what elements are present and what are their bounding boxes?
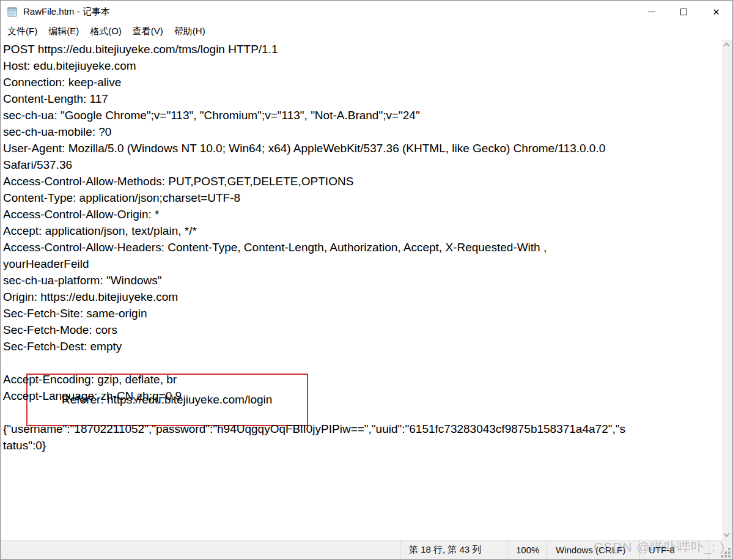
menu-view[interactable]: 查看(V) <box>127 23 169 40</box>
vertical-scrollbar[interactable] <box>722 40 732 540</box>
window-title: RawFile.htm - 记事本 <box>23 6 110 18</box>
maximize-button[interactable] <box>668 1 700 23</box>
editor-line: sec-ch-ua-mobile: ?0 <box>3 123 720 140</box>
editor-line: Access-Control-Allow-Origin: * <box>3 206 720 223</box>
statusbar-spacer <box>1 540 400 559</box>
editor-line: Content-Type: application/json;charset=U… <box>3 190 720 206</box>
text-editor-area[interactable]: POST https://edu.bitejiuyeke.com/tms/log… <box>1 40 732 540</box>
notepad-window: RawFile.htm - 记事本 ✕ 文件(F) 编辑(E) 格式(O) 查看… <box>0 0 733 560</box>
editor-line: Access-Control-Allow-Headers: Content-Ty… <box>3 239 720 256</box>
line-ending: Windows (CRLF) <box>547 540 639 559</box>
menu-file[interactable]: 文件(F) <box>2 23 43 40</box>
editor-line: tatus":0} <box>3 437 720 454</box>
editor-line: Sec-Fetch-Site: same-origin <box>3 305 720 322</box>
editor-line: Access-Control-Allow-Methods: PUT,POST,G… <box>3 173 720 190</box>
encoding: UTF-8 <box>639 540 709 559</box>
menu-format[interactable]: 格式(O) <box>84 23 127 40</box>
scroll-up-button[interactable] <box>722 40 732 50</box>
editor-line: Host: edu.bitejiuyeke.com <box>3 57 720 74</box>
resize-grip-icon <box>728 555 731 558</box>
menu-help[interactable]: 帮助(H) <box>169 23 211 40</box>
minimize-button[interactable] <box>635 1 668 23</box>
editor-line: Accept-Language: zh-CN,zh;q=0.9 <box>3 388 720 404</box>
editor-line: Safari/537.36 <box>3 157 720 173</box>
editor-line: sec-ch-ua: "Google Chrome";v="113", "Chr… <box>3 107 720 123</box>
editor-line: Accept-Encoding: gzip, deflate, br <box>3 371 720 388</box>
notepad-app-icon <box>6 6 18 18</box>
editor-line: sec-ch-ua-platform: "Windows" <box>3 272 720 289</box>
menubar: 文件(F) 编辑(E) 格式(O) 查看(V) 帮助(H) <box>1 23 732 40</box>
menu-edit[interactable]: 编辑(E) <box>43 23 84 40</box>
editor-line: Origin: https://edu.bitejiuyeke.com <box>3 289 720 305</box>
chevron-down-icon <box>724 531 730 537</box>
editor-line: Sec-Fetch-Dest: empty <box>3 338 720 355</box>
close-icon: ✕ <box>712 7 720 17</box>
resize-grip[interactable] <box>709 540 732 559</box>
editor-line: Connection: keep-alive <box>3 74 720 90</box>
chevron-up-icon <box>724 43 730 49</box>
minimize-icon <box>648 12 655 12</box>
scroll-down-button[interactable] <box>722 530 732 540</box>
statusbar: 第 18 行, 第 43 列 100% Windows (CRLF) UTF-8 <box>1 540 732 559</box>
editor-line: Content-Length: 117 <box>3 90 720 107</box>
document-text: POST https://edu.bitejiuyeke.com/tms/log… <box>3 41 732 454</box>
editor-line: POST https://edu.bitejiuyeke.com/tms/log… <box>3 41 720 57</box>
editor-line: Sec-Fetch-Mode: cors <box>3 322 720 338</box>
editor-line: Accept: application/json, text/plain, */… <box>3 223 720 239</box>
editor-line: User-Agent: Mozilla/5.0 (Windows NT 10.0… <box>3 140 720 157</box>
editor-line: yourHeaderFeild <box>3 256 720 272</box>
zoom-level: 100% <box>507 540 547 559</box>
close-button[interactable]: ✕ <box>700 1 732 23</box>
cursor-position: 第 18 行, 第 43 列 <box>400 540 507 559</box>
editor-line: {"username":"18702211052","password":"h9… <box>3 421 720 437</box>
titlebar: RawFile.htm - 记事本 ✕ <box>1 1 732 23</box>
maximize-icon <box>680 9 687 15</box>
